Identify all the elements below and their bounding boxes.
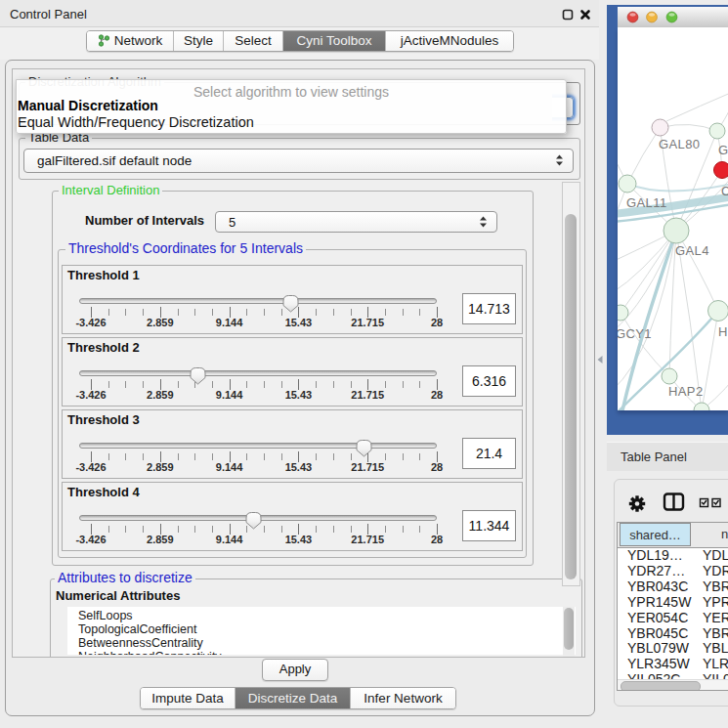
svg-text:GAL11: GAL11 (626, 195, 667, 210)
svg-text:GAL80: GAL80 (659, 137, 700, 151)
svg-text:H: H (718, 324, 728, 339)
svg-text:C: C (721, 184, 728, 198)
svg-text:GAL4: GAL4 (675, 243, 709, 258)
svg-text:GCY1: GCY1 (618, 326, 652, 341)
svg-text:G.: G. (718, 143, 728, 157)
svg-text:HAP2: HAP2 (668, 384, 704, 399)
